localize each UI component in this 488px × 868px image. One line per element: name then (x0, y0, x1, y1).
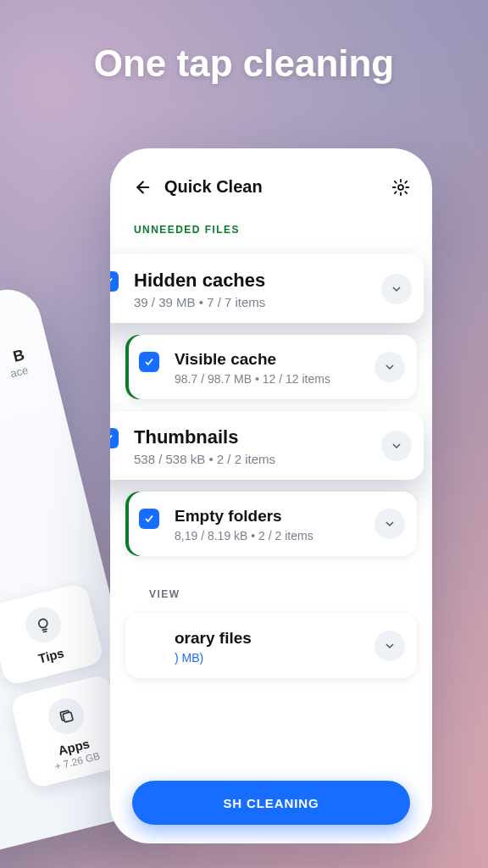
svg-point-0 (38, 618, 48, 628)
item-title: Hidden caches (134, 270, 408, 292)
item-sub: ) MB) (175, 651, 402, 665)
primary-phone: Quick Clean UNNEEDED FILES Hidden caches… (110, 148, 432, 843)
item-title: Empty folders (175, 507, 402, 526)
item-title: Thumbnails (134, 426, 408, 448)
item-title: Visible cache (175, 350, 402, 369)
page-title: Quick Clean (164, 177, 378, 197)
chevron-down-icon[interactable] (374, 352, 405, 382)
storage-chip: B ace (5, 346, 30, 380)
item-sub: 538 / 538 kB • 2 / 2 items (134, 452, 408, 466)
checkbox[interactable] (139, 509, 159, 529)
tips-tile[interactable]: Tips (0, 582, 105, 687)
item-hidden-caches[interactable]: Hidden caches 39 / 39 MB • 7 / 7 items (110, 254, 424, 323)
item-title: orary files (175, 629, 402, 648)
svg-point-3 (398, 185, 403, 190)
tile-title: Tips (10, 639, 92, 673)
chevron-down-icon[interactable] (374, 631, 405, 661)
chevron-down-icon[interactable] (381, 431, 412, 461)
marketing-headline: One tap cleaning (0, 42, 488, 85)
chevron-down-icon[interactable] (374, 509, 405, 539)
back-arrow-icon[interactable] (132, 178, 151, 197)
bulb-icon (22, 604, 65, 647)
checkbox[interactable] (139, 352, 159, 372)
item-sub: 8,19 / 8.19 kB • 2 / 2 items (175, 529, 402, 542)
item-temporary-files[interactable]: orary files ) MB) (125, 614, 417, 678)
cta-label: SH CLEANING (223, 796, 319, 810)
item-sub: 98.7 / 98.7 MB • 12 / 12 items (175, 372, 402, 386)
svg-rect-2 (63, 712, 73, 722)
apps-icon (45, 694, 88, 737)
section-label-unneeded: UNNEEDED FILES (110, 205, 432, 242)
section-label-review: VIEW (125, 568, 417, 602)
checkbox[interactable] (110, 271, 119, 292)
chevron-down-icon[interactable] (381, 274, 412, 304)
item-thumbnails[interactable]: Thumbnails 538 / 538 kB • 2 / 2 items (110, 411, 424, 480)
cleaning-list: Hidden caches 39 / 39 MB • 7 / 7 items V… (110, 254, 432, 792)
checkbox[interactable] (110, 428, 119, 448)
item-visible-cache[interactable]: Visible cache 98.7 / 98.7 MB • 12 / 12 i… (125, 335, 417, 399)
item-sub: 39 / 39 MB • 7 / 7 items (134, 295, 408, 309)
item-empty-folders[interactable]: Empty folders 8,19 / 8.19 kB • 2 / 2 ite… (125, 492, 417, 556)
finish-cleaning-button[interactable]: SH CLEANING (132, 781, 410, 825)
gear-icon[interactable] (391, 178, 410, 197)
